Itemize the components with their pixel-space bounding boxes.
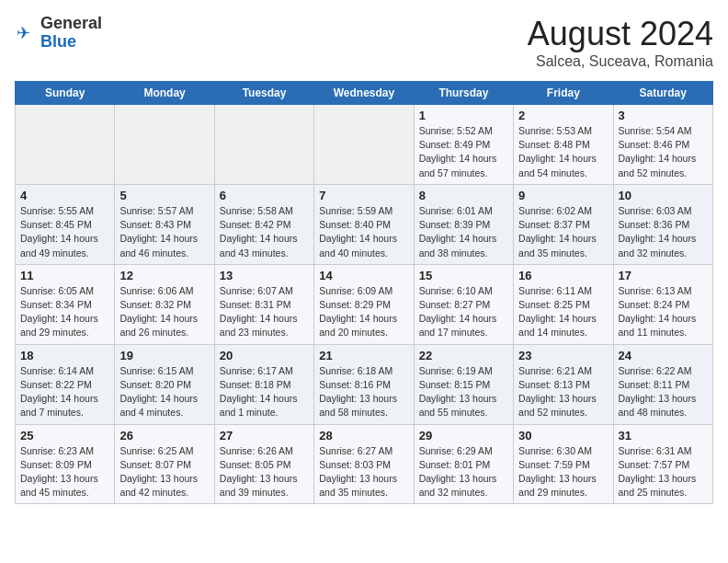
calendar-cell: 4Sunrise: 5:55 AM Sunset: 8:45 PM Daylig… <box>16 184 115 264</box>
day-number: 22 <box>419 349 508 362</box>
calendar-cell: 7Sunrise: 5:59 AM Sunset: 8:40 PM Daylig… <box>314 184 414 264</box>
calendar-cell: 2Sunrise: 5:53 AM Sunset: 8:48 PM Daylig… <box>514 105 613 185</box>
day-number: 17 <box>619 269 708 282</box>
day-info: Sunrise: 6:10 AM Sunset: 8:27 PM Dayligh… <box>419 284 508 340</box>
calendar-cell: 14Sunrise: 6:09 AM Sunset: 8:29 PM Dayli… <box>314 264 414 344</box>
day-number: 19 <box>119 349 209 362</box>
day-info: Sunrise: 5:54 AM Sunset: 8:46 PM Dayligh… <box>619 124 708 180</box>
day-number: 31 <box>619 429 708 442</box>
calendar-cell: 25Sunrise: 6:23 AM Sunset: 8:09 PM Dayli… <box>16 424 115 504</box>
day-header-sunday: Sunday <box>16 82 115 105</box>
calendar-cell: 20Sunrise: 6:17 AM Sunset: 8:18 PM Dayli… <box>214 344 313 424</box>
calendar-cell: 24Sunrise: 6:22 AM Sunset: 8:11 PM Dayli… <box>613 344 712 424</box>
day-number: 15 <box>419 269 508 282</box>
calendar-cell: 3Sunrise: 5:54 AM Sunset: 8:46 PM Daylig… <box>613 105 712 185</box>
day-number: 13 <box>220 269 309 282</box>
day-info: Sunrise: 6:22 AM Sunset: 8:11 PM Dayligh… <box>619 364 708 420</box>
day-number: 5 <box>119 189 209 202</box>
day-info: Sunrise: 6:06 AM Sunset: 8:32 PM Dayligh… <box>119 284 209 340</box>
day-info: Sunrise: 6:21 AM Sunset: 8:13 PM Dayligh… <box>518 364 608 420</box>
day-number: 25 <box>20 429 109 442</box>
day-info: Sunrise: 6:14 AM Sunset: 8:22 PM Dayligh… <box>20 364 109 420</box>
day-info: Sunrise: 6:31 AM Sunset: 7:57 PM Dayligh… <box>619 444 708 500</box>
calendar-cell: 11Sunrise: 6:05 AM Sunset: 8:34 PM Dayli… <box>16 264 115 344</box>
calendar-cell: 18Sunrise: 6:14 AM Sunset: 8:22 PM Dayli… <box>16 344 115 424</box>
calendar-cell: 1Sunrise: 5:52 AM Sunset: 8:49 PM Daylig… <box>414 105 513 185</box>
title-area: August 2024 Salcea, Suceava, Romania <box>528 15 713 70</box>
day-number: 27 <box>220 429 309 442</box>
day-info: Sunrise: 6:05 AM Sunset: 8:34 PM Dayligh… <box>20 284 109 340</box>
calendar-week-4: 18Sunrise: 6:14 AM Sunset: 8:22 PM Dayli… <box>16 344 713 424</box>
day-info: Sunrise: 6:01 AM Sunset: 8:39 PM Dayligh… <box>419 204 508 260</box>
day-info: Sunrise: 5:53 AM Sunset: 8:48 PM Dayligh… <box>518 124 608 180</box>
calendar-cell: 22Sunrise: 6:19 AM Sunset: 8:15 PM Dayli… <box>414 344 513 424</box>
calendar-cell: 10Sunrise: 6:03 AM Sunset: 8:36 PM Dayli… <box>613 184 712 264</box>
day-info: Sunrise: 6:25 AM Sunset: 8:07 PM Dayligh… <box>119 444 209 500</box>
day-number: 1 <box>419 109 508 122</box>
day-info: Sunrise: 6:07 AM Sunset: 8:31 PM Dayligh… <box>220 284 309 340</box>
calendar-cell: 30Sunrise: 6:30 AM Sunset: 7:59 PM Dayli… <box>514 424 613 504</box>
logo-general: General <box>40 14 102 32</box>
day-info: Sunrise: 6:23 AM Sunset: 8:09 PM Dayligh… <box>20 444 109 500</box>
day-number: 28 <box>319 429 408 442</box>
day-info: Sunrise: 6:13 AM Sunset: 8:24 PM Dayligh… <box>619 284 708 340</box>
calendar-week-3: 11Sunrise: 6:05 AM Sunset: 8:34 PM Dayli… <box>16 264 713 344</box>
day-header-wednesday: Wednesday <box>314 82 414 105</box>
day-info: Sunrise: 6:27 AM Sunset: 8:03 PM Dayligh… <box>319 444 408 500</box>
day-number: 18 <box>20 349 109 362</box>
day-number: 10 <box>619 189 708 202</box>
day-info: Sunrise: 5:59 AM Sunset: 8:40 PM Dayligh… <box>319 204 408 260</box>
calendar-cell: 23Sunrise: 6:21 AM Sunset: 8:13 PM Dayli… <box>514 344 613 424</box>
logo-icon: ✈ <box>15 22 37 44</box>
day-info: Sunrise: 6:11 AM Sunset: 8:25 PM Dayligh… <box>518 284 608 340</box>
day-info: Sunrise: 6:29 AM Sunset: 8:01 PM Dayligh… <box>419 444 508 500</box>
calendar-week-5: 25Sunrise: 6:23 AM Sunset: 8:09 PM Dayli… <box>16 424 713 504</box>
calendar-cell: 12Sunrise: 6:06 AM Sunset: 8:32 PM Dayli… <box>115 264 214 344</box>
calendar-cell <box>314 105 414 185</box>
day-info: Sunrise: 6:15 AM Sunset: 8:20 PM Dayligh… <box>119 364 209 420</box>
day-info: Sunrise: 6:02 AM Sunset: 8:37 PM Dayligh… <box>518 204 608 260</box>
calendar-cell: 13Sunrise: 6:07 AM Sunset: 8:31 PM Dayli… <box>214 264 313 344</box>
day-number: 8 <box>419 189 508 202</box>
calendar-cell: 21Sunrise: 6:18 AM Sunset: 8:16 PM Dayli… <box>314 344 414 424</box>
calendar-cell: 27Sunrise: 6:26 AM Sunset: 8:05 PM Dayli… <box>214 424 313 504</box>
calendar-cell: 31Sunrise: 6:31 AM Sunset: 7:57 PM Dayli… <box>613 424 712 504</box>
page-title: August 2024 <box>528 15 713 53</box>
day-info: Sunrise: 6:19 AM Sunset: 8:15 PM Dayligh… <box>419 364 508 420</box>
calendar-cell: 9Sunrise: 6:02 AM Sunset: 8:37 PM Daylig… <box>514 184 613 264</box>
svg-text:✈: ✈ <box>17 23 30 41</box>
header: ✈ General Blue August 2024 Salcea, Sucea… <box>15 15 713 70</box>
day-number: 24 <box>619 349 708 362</box>
calendar-cell <box>115 105 214 185</box>
day-info: Sunrise: 5:52 AM Sunset: 8:49 PM Dayligh… <box>419 124 508 180</box>
calendar-cell: 29Sunrise: 6:29 AM Sunset: 8:01 PM Dayli… <box>414 424 513 504</box>
day-number: 21 <box>319 349 408 362</box>
day-number: 23 <box>518 349 608 362</box>
day-info: Sunrise: 6:26 AM Sunset: 8:05 PM Dayligh… <box>220 444 309 500</box>
calendar-cell <box>16 105 115 185</box>
day-number: 26 <box>119 429 209 442</box>
day-info: Sunrise: 5:58 AM Sunset: 8:42 PM Dayligh… <box>220 204 309 260</box>
day-info: Sunrise: 6:03 AM Sunset: 8:36 PM Dayligh… <box>619 204 708 260</box>
day-info: Sunrise: 6:18 AM Sunset: 8:16 PM Dayligh… <box>319 364 408 420</box>
calendar-cell: 19Sunrise: 6:15 AM Sunset: 8:20 PM Dayli… <box>115 344 214 424</box>
logo-blue: Blue <box>40 32 76 51</box>
calendar-cell: 17Sunrise: 6:13 AM Sunset: 8:24 PM Dayli… <box>613 264 712 344</box>
day-number: 4 <box>20 189 109 202</box>
day-header-monday: Monday <box>115 82 214 105</box>
calendar-cell: 28Sunrise: 6:27 AM Sunset: 8:03 PM Dayli… <box>314 424 414 504</box>
calendar-table: SundayMondayTuesdayWednesdayThursdayFrid… <box>15 81 713 504</box>
calendar-header-row: SundayMondayTuesdayWednesdayThursdayFrid… <box>16 82 713 105</box>
day-number: 6 <box>220 189 309 202</box>
day-number: 2 <box>518 109 608 122</box>
day-header-saturday: Saturday <box>613 82 712 105</box>
day-number: 11 <box>20 269 109 282</box>
calendar-cell: 16Sunrise: 6:11 AM Sunset: 8:25 PM Dayli… <box>514 264 613 344</box>
day-number: 29 <box>419 429 508 442</box>
day-header-friday: Friday <box>514 82 613 105</box>
day-number: 30 <box>518 429 608 442</box>
day-info: Sunrise: 6:17 AM Sunset: 8:18 PM Dayligh… <box>220 364 309 420</box>
day-info: Sunrise: 6:30 AM Sunset: 7:59 PM Dayligh… <box>518 444 608 500</box>
day-number: 14 <box>319 269 408 282</box>
day-number: 3 <box>619 109 708 122</box>
